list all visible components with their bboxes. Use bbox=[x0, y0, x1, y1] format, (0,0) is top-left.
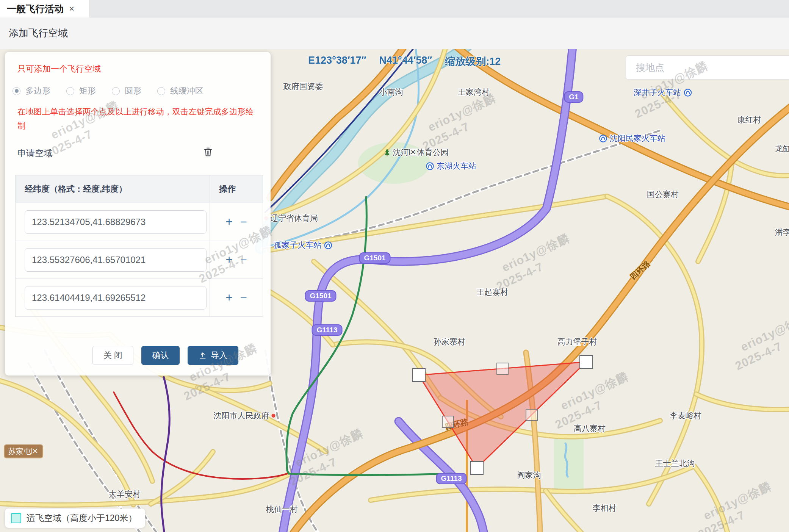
radio-unselected-icon[interactable] bbox=[157, 87, 165, 95]
polygon-vertex-handle[interactable] bbox=[470, 461, 484, 475]
map-status-coordinates: E123°38′17″ N41°44′58″ 缩放级别:12 bbox=[308, 55, 501, 68]
tab-title: 一般飞行活动 bbox=[7, 3, 64, 15]
airspace-legend: 适飞空域（高度小于120米） bbox=[5, 509, 145, 528]
shape-option-label: 圆形 bbox=[125, 85, 141, 97]
polygon-vertex-handle[interactable] bbox=[579, 355, 593, 369]
radio-unselected-icon[interactable] bbox=[112, 87, 120, 95]
coordinate-input[interactable] bbox=[25, 248, 207, 272]
polygon-midpoint-handle[interactable] bbox=[496, 363, 509, 375]
shape-type-radio-group: 多边形矩形圆形线缓冲区 bbox=[13, 85, 219, 97]
coordinate-input[interactable] bbox=[25, 286, 207, 310]
operations-cell: +− bbox=[210, 203, 263, 241]
operations-column-header: 操作 bbox=[210, 175, 263, 203]
tab-general-flight-activity[interactable]: 一般飞行活动 × bbox=[0, 0, 89, 17]
add-point-button[interactable]: + bbox=[225, 292, 232, 304]
remove-point-button[interactable]: − bbox=[240, 216, 247, 228]
polygon-midpoint-handle[interactable] bbox=[442, 416, 454, 428]
delete-airspace-icon[interactable] bbox=[203, 147, 213, 157]
page-title: 添加飞行空域 bbox=[9, 27, 68, 40]
coordinate-cell bbox=[16, 210, 210, 234]
app-window: 小南沟王家湾村康红村龙缸国公寨村潘李王起寨村孙家寨村高力堡子村李麦峪村高八寨村王… bbox=[0, 0, 789, 532]
operations-cell: +− bbox=[210, 241, 263, 279]
confirm-button[interactable]: 确认 bbox=[141, 346, 180, 365]
upload-icon bbox=[199, 351, 207, 360]
close-button[interactable]: 关 闭 bbox=[92, 346, 133, 365]
operations-cell: +− bbox=[210, 279, 263, 316]
draw-instruction: 在地图上单击选择两个点及以上进行移动，双击左键完成多边形绘制 bbox=[17, 105, 260, 133]
polygon-vertex-handle[interactable] bbox=[412, 368, 426, 382]
search-input[interactable] bbox=[626, 55, 789, 80]
add-point-button[interactable]: + bbox=[225, 254, 232, 266]
radio-selected-icon[interactable] bbox=[13, 87, 20, 95]
apply-airspace-row: 申请空域 bbox=[17, 147, 258, 159]
tab-close-icon[interactable]: × bbox=[69, 4, 74, 13]
coordinate-table: 经纬度（格式：经度,纬度） 操作 +−+−+− bbox=[15, 175, 263, 317]
import-label: 导入 bbox=[211, 350, 227, 361]
coordinate-input[interactable] bbox=[25, 210, 207, 234]
add-airspace-panel: 只可添加一个飞行空域 多边形矩形圆形线缓冲区 在地图上单击选择两个点及以上进行移… bbox=[5, 52, 271, 376]
coordinate-table-header: 经纬度（格式：经度,纬度） 操作 bbox=[16, 175, 263, 203]
shape-option-3[interactable]: 线缓冲区 bbox=[157, 85, 204, 97]
remove-point-button[interactable]: − bbox=[240, 254, 247, 266]
apply-airspace-title: 申请空域 bbox=[17, 147, 52, 159]
coordinate-cell bbox=[16, 286, 210, 310]
radio-unselected-icon[interactable] bbox=[66, 87, 74, 95]
remove-point-button[interactable]: − bbox=[240, 292, 247, 304]
legend-swatch bbox=[11, 513, 21, 523]
shape-option-label: 矩形 bbox=[79, 85, 96, 97]
import-button[interactable]: 导入 bbox=[188, 346, 238, 365]
legend-label: 适飞空域（高度小于120米） bbox=[27, 512, 137, 524]
tab-bar: 一般飞行活动 × bbox=[0, 0, 789, 17]
single-airspace-notice: 只可添加一个飞行空域 bbox=[17, 63, 101, 75]
coordinate-cell bbox=[16, 248, 210, 272]
panel-footer-buttons: 关 闭 确认 导入 bbox=[5, 346, 271, 365]
place-search bbox=[626, 55, 789, 80]
shape-option-2[interactable]: 圆形 bbox=[112, 85, 141, 97]
shape-option-1[interactable]: 矩形 bbox=[66, 85, 96, 97]
coordinate-row: +− bbox=[16, 203, 263, 241]
longitude-readout: E123°38′17″ bbox=[308, 55, 366, 68]
coordinate-row: +− bbox=[16, 241, 263, 279]
polygon-midpoint-handle[interactable] bbox=[526, 409, 538, 421]
add-point-button[interactable]: + bbox=[225, 216, 232, 228]
coordinate-row: +− bbox=[16, 279, 263, 316]
shape-option-label: 多边形 bbox=[25, 85, 50, 97]
page-header: 添加飞行空域 bbox=[0, 17, 789, 49]
latitude-readout: N41°44′58″ bbox=[379, 55, 432, 68]
zoom-level-readout: 缩放级别:12 bbox=[445, 55, 501, 68]
shape-option-0[interactable]: 多边形 bbox=[13, 85, 50, 97]
shape-option-label: 线缓冲区 bbox=[170, 85, 204, 97]
coordinate-column-header: 经纬度（格式：经度,纬度） bbox=[16, 183, 210, 195]
